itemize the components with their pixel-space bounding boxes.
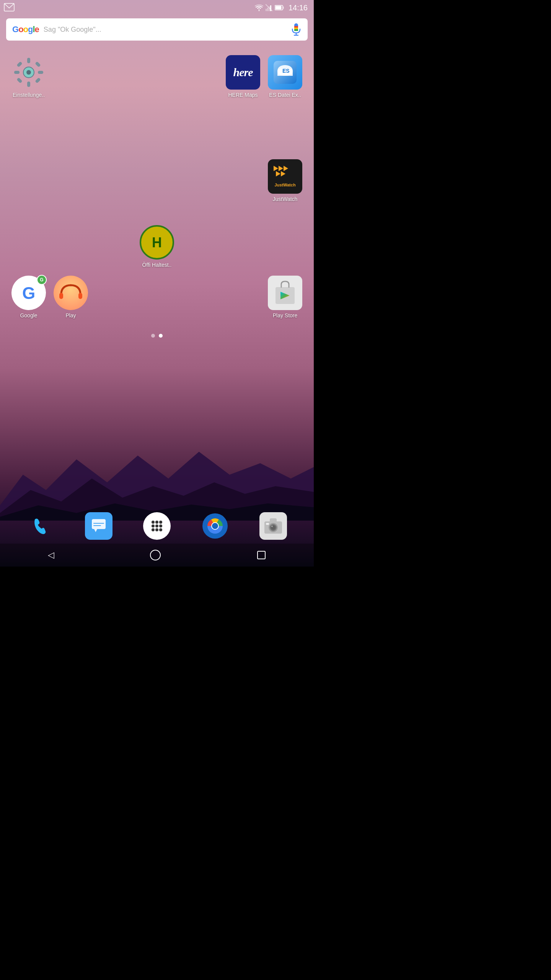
svg-point-49 (155, 521, 158, 524)
status-time: 14:16 (289, 3, 308, 12)
svg-text:H: H (152, 235, 162, 250)
justwatch-row: JustWatch JustWatch (11, 159, 302, 202)
svg-point-60 (212, 523, 218, 529)
svg-text:G: G (22, 284, 35, 302)
svg-marker-47 (94, 529, 97, 532)
justwatch-label: JustWatch (273, 196, 298, 202)
svg-rect-68 (258, 551, 265, 559)
svg-text:ES: ES (282, 68, 290, 74)
mountain-silhouette (0, 436, 314, 521)
justwatch-app[interactable]: JustWatch JustWatch (268, 159, 302, 202)
settings-icon (11, 55, 46, 90)
svg-rect-23 (35, 77, 41, 83)
svg-rect-16 (27, 58, 30, 63)
home-button[interactable] (142, 546, 168, 564)
svg-rect-65 (266, 523, 269, 525)
svg-point-51 (152, 524, 155, 528)
svg-marker-32 (279, 166, 283, 171)
offi-label: Öffi Haltest.. (142, 262, 172, 268)
here-maps-icon: here (226, 55, 260, 90)
play-music-app[interactable]: Play (54, 276, 88, 318)
svg-rect-12 (294, 26, 298, 28)
svg-point-24 (26, 70, 31, 75)
svg-rect-20 (16, 61, 23, 67)
svg-rect-14 (294, 29, 298, 31)
recents-button[interactable] (249, 547, 274, 564)
messages-dock-icon[interactable] (85, 512, 112, 540)
search-placeholder[interactable]: Sag "Ok Google"... (44, 26, 286, 34)
svg-rect-18 (14, 71, 20, 74)
svg-point-52 (155, 524, 158, 528)
svg-rect-2 (267, 8, 268, 11)
status-icons: 14:16 (255, 3, 308, 12)
home-screen: Einstellunge.. here HERE Maps (0, 44, 314, 326)
justwatch-icon: JustWatch (268, 159, 302, 194)
svg-point-67 (150, 550, 160, 560)
phone-icon (27, 512, 54, 540)
svg-point-48 (152, 521, 155, 524)
svg-rect-39 (78, 293, 82, 299)
es-file-app[interactable]: ES ES Datei Ex.. (268, 55, 302, 98)
svg-point-50 (159, 521, 162, 524)
svg-rect-45 (93, 523, 104, 524)
phone-dock-icon[interactable] (27, 512, 54, 540)
play-music-label: Play (65, 312, 76, 318)
svg-marker-33 (284, 166, 288, 171)
svg-point-66 (271, 526, 273, 527)
bottom-apps-row: G G Google Play (11, 276, 302, 318)
svg-point-53 (159, 524, 162, 528)
camera-icon (259, 512, 287, 540)
signal-icon (266, 4, 272, 11)
back-button[interactable]: ◁ (40, 546, 62, 564)
chrome-icon (201, 512, 229, 540)
svg-rect-46 (93, 525, 101, 526)
svg-rect-19 (38, 71, 43, 74)
battery-icon (275, 5, 284, 10)
svg-point-55 (155, 528, 158, 531)
here-maps-label: HERE Maps (228, 92, 258, 98)
page-indicators (0, 334, 314, 338)
offi-row: H Öffi Haltest.. (11, 225, 302, 268)
microphone-icon[interactable] (291, 23, 302, 36)
messages-icon (85, 512, 112, 540)
svg-point-54 (152, 528, 155, 531)
google-app-icon: G G (11, 276, 46, 310)
settings-app[interactable]: Einstellunge.. (11, 55, 46, 98)
svg-rect-13 (294, 28, 298, 29)
wifi-icon (255, 4, 263, 11)
svg-rect-21 (35, 61, 41, 67)
spacer (96, 276, 260, 318)
page-dot-1 (151, 334, 155, 338)
home-circle (150, 550, 161, 560)
nav-bar: ◁ (0, 544, 314, 567)
offi-icon: H (140, 225, 174, 260)
svg-rect-38 (59, 293, 63, 299)
app-drawer-icon[interactable] (143, 512, 171, 540)
status-bar: 14:16 (0, 0, 314, 15)
google-search-bar[interactable]: Google Sag "Ok Google"... (6, 18, 308, 41)
svg-marker-35 (281, 171, 285, 176)
svg-rect-22 (16, 77, 23, 83)
play-store-label: Play Store (273, 312, 298, 318)
chrome-dock-icon[interactable] (201, 512, 229, 540)
play-store-icon (268, 276, 302, 310)
svg-point-56 (159, 528, 162, 531)
drawer-button (143, 512, 171, 540)
svg-rect-17 (27, 82, 30, 87)
svg-marker-31 (274, 166, 278, 171)
google-app[interactable]: G G Google (11, 276, 46, 318)
settings-label: Einstellunge.. (13, 92, 45, 98)
es-file-label: ES Datei Ex.. (269, 92, 301, 98)
top-right-apps: here HERE Maps (226, 55, 302, 98)
offi-app[interactable]: H Öffi Haltest.. (11, 225, 302, 268)
play-music-icon (54, 276, 88, 310)
here-maps-app[interactable]: here HERE Maps (226, 55, 260, 98)
status-left (4, 3, 15, 11)
es-file-icon: ES (268, 55, 302, 90)
svg-rect-1 (266, 9, 267, 11)
camera-dock-icon[interactable] (259, 512, 287, 540)
svg-rect-44 (92, 520, 106, 521)
play-store-app[interactable]: Play Store (268, 276, 302, 318)
svg-rect-4 (270, 5, 271, 11)
recents-square (257, 550, 266, 560)
